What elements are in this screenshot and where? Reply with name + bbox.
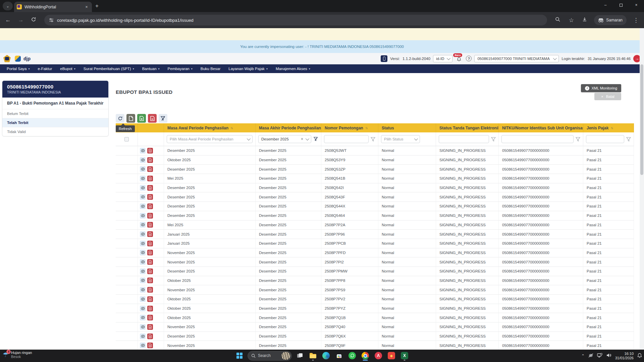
pdf-download-button[interactable] (147, 222, 153, 228)
pdf-download-button[interactable] (147, 176, 153, 181)
weather-widget[interactable]: ☂4 Hujan ringan Besok (3, 351, 32, 359)
view-button[interactable] (140, 259, 146, 265)
column-header[interactable]: Masa Awal Periode Penghasilan (164, 123, 256, 132)
nav-menu-item[interactable]: Buku Besar (197, 67, 224, 71)
notification-bell-icon[interactable] (637, 353, 642, 359)
table-row[interactable]: Desember 2025 Desember 2025 2508Q543F No… (116, 192, 634, 202)
sidebar-item[interactable]: Tidak Valid (2, 127, 108, 136)
url-bar[interactable]: coretaxdjp.pajak.go.id/withholding-slips… (44, 15, 547, 25)
column-header[interactable] (138, 123, 164, 132)
pdf-download-button[interactable] (147, 241, 153, 246)
app-a-button[interactable]: Λ (373, 351, 383, 361)
pdf-download-button[interactable] (147, 194, 153, 200)
masa-akhir-filter-select[interactable]: Desember 2025 × (258, 135, 311, 143)
view-button[interactable] (140, 250, 146, 255)
mic-muted-icon[interactable] (588, 353, 593, 359)
maximize-button[interactable] (613, 0, 629, 10)
locale-select[interactable]: id-ID (433, 55, 452, 62)
pdf-download-button[interactable] (147, 250, 153, 255)
help-icon[interactable]: ? (466, 56, 472, 61)
task-view-button[interactable] (295, 351, 305, 361)
pdf-download-button[interactable] (147, 148, 153, 154)
pdf-download-button[interactable] (147, 157, 153, 163)
view-button[interactable] (140, 213, 146, 219)
nitku-filter-input[interactable] (501, 135, 574, 143)
pdf-download-button[interactable] (147, 231, 153, 237)
sort-icon[interactable] (365, 126, 367, 130)
table-row[interactable]: Januari 2025 Desember 2025 2508P7P96 Nor… (116, 230, 634, 239)
tab-list-chevron-icon[interactable]: ⌄ (3, 2, 13, 10)
tte-filter-input[interactable] (439, 135, 489, 143)
pdf-download-button[interactable] (147, 259, 153, 265)
view-button[interactable] (140, 287, 146, 293)
excel-button[interactable]: X (399, 351, 410, 361)
sort-icon[interactable] (610, 126, 612, 130)
search-highlight-image[interactable] (281, 352, 290, 360)
pdf-download-button[interactable] (147, 296, 153, 302)
nav-menu-item[interactable]: Manajemen Akses ▾ (272, 67, 314, 71)
incognito-profile-badge[interactable]: Samaran (594, 15, 627, 25)
mobile-app-icon[interactable] (381, 55, 387, 62)
table-row[interactable]: Desember 2025 Desember 2025 2508Q542I No… (116, 183, 634, 193)
taskbar-clock[interactable]: 16:10 31/01/2026 (615, 352, 634, 360)
column-header[interactable]: Status Tanda Tangan Elektronik... (436, 123, 499, 132)
column-header[interactable]: Masa Akhir Periode Penghasilan... (256, 123, 321, 132)
refresh-button[interactable] (116, 114, 124, 123)
pdf-download-button[interactable] (147, 166, 153, 172)
table-row[interactable]: Desember 2025 Desember 2025 2508Q53ZP No… (116, 165, 634, 174)
view-button[interactable] (140, 334, 146, 339)
view-button[interactable] (140, 315, 146, 320)
ms-store-button[interactable] (334, 351, 344, 361)
network-icon[interactable] (597, 353, 602, 359)
table-row[interactable]: Desember 2025 Desember 2025 2508Q53WT No… (116, 146, 634, 156)
zoom-icon[interactable] (554, 17, 562, 24)
view-button[interactable] (140, 324, 146, 330)
volume-icon[interactable] (606, 353, 611, 359)
table-row[interactable]: November 2025 Desember 2025 2508P7PS9 No… (116, 285, 634, 295)
table-row[interactable]: Oktober 2025 Desember 2025 2508P7PV2 Nor… (116, 295, 634, 304)
view-button[interactable] (140, 203, 146, 209)
pdf-download-button[interactable] (147, 185, 153, 191)
view-button[interactable] (140, 268, 146, 274)
table-row[interactable]: Mei 2025 Desember 2025 2508P7P2A Normal … (116, 221, 634, 230)
clear-filters-button[interactable] (159, 114, 167, 123)
view-button[interactable] (140, 241, 146, 246)
sidebar-item[interactable]: Belum Terbit (2, 109, 108, 118)
column-header[interactable]: Status (378, 123, 436, 132)
xml-monitoring-button[interactable]: i XML Monitoring (581, 84, 621, 92)
table-row[interactable]: November 2025 Desember 2025 2508P7PFD No… (116, 248, 634, 258)
nav-menu-item[interactable]: Portal Saya ▾ (3, 67, 33, 71)
status-filter-select[interactable]: Pilih Status (381, 135, 420, 143)
masa-awal-filter-select[interactable]: Pilih Masa Awal Periode Penghasilan (167, 135, 253, 143)
view-button[interactable] (140, 148, 146, 154)
table-row[interactable]: Desember 2025 Desember 2025 2508P7Q6X No… (116, 332, 634, 341)
table-row[interactable]: Desember 2025 Desember 2025 2508Q544X No… (116, 202, 634, 211)
funnel-icon[interactable] (491, 137, 496, 141)
tray-chevron-up-icon[interactable]: ⌃ (581, 354, 585, 358)
forward-icon[interactable]: → (17, 17, 25, 23)
sidebar-item[interactable]: Telah Terbit (2, 118, 108, 127)
select-all-checkbox[interactable] (124, 137, 129, 141)
view-button[interactable] (140, 306, 146, 311)
nav-menu-item[interactable]: Pembayaran ▾ (164, 67, 196, 71)
edge-button[interactable] (321, 351, 331, 361)
pdf-download-button[interactable] (147, 343, 153, 348)
clear-value-icon[interactable]: × (301, 137, 303, 141)
table-row[interactable]: Mei 2025 Desember 2025 2508Q541B Normal … (116, 174, 634, 183)
app-diamond-button[interactable]: ◆ (386, 351, 396, 361)
column-header[interactable]: Nomor Pemotongan (321, 123, 378, 132)
table-row[interactable]: Desember 2025 Desember 2025 2508Q5464 No… (116, 211, 634, 221)
pdf-download-button[interactable] (147, 287, 153, 293)
table-row[interactable]: Oktober 2025 Desember 2025 2508P7PYZ Nor… (116, 304, 634, 313)
chrome-button[interactable] (360, 351, 370, 361)
nav-menu-item[interactable]: eBupot ▾ (57, 67, 78, 71)
export-csv-button[interactable] (126, 114, 135, 123)
back-icon[interactable]: ← (4, 17, 12, 23)
pdf-download-button[interactable] (147, 334, 153, 339)
nav-menu-item[interactable]: e-Faktur (34, 67, 55, 71)
nomor-filter-input[interactable] (324, 135, 369, 143)
view-button[interactable] (140, 231, 146, 237)
file-explorer-button[interactable] (308, 351, 318, 361)
pdf-download-button[interactable] (147, 278, 153, 283)
taskbar-search[interactable]: Search (248, 351, 292, 361)
